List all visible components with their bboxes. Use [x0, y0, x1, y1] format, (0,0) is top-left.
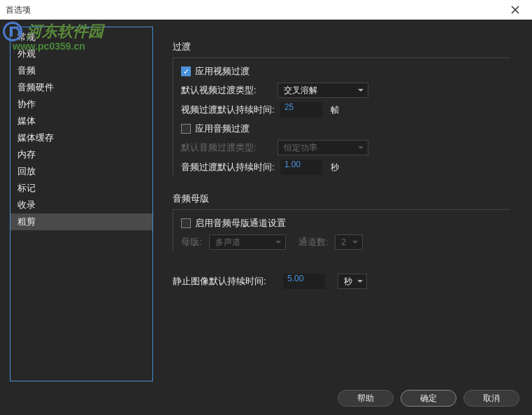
- default-video-type-label: 默认视频过渡类型:: [181, 84, 272, 97]
- still-unit-value: 秒: [344, 276, 352, 288]
- enable-audio-master-label: 启用音频母版通道设置: [195, 217, 286, 230]
- apply-audio-checkbox[interactable]: [181, 124, 191, 134]
- channels-label: 通道数:: [299, 236, 329, 248]
- audio-master-section: 启用音频母版通道设置 母版: 多声道 通道数: 2: [173, 209, 510, 262]
- default-audio-type-value: 恒定功率: [284, 142, 317, 154]
- sidebar-item-roughcut[interactable]: 粗剪: [10, 213, 152, 230]
- sidebar-item-audio-hardware[interactable]: 音频硬件: [10, 79, 152, 96]
- audio-duration-label: 音频过渡默认持续时间:: [181, 161, 275, 174]
- sidebar: 常规 外观 音频 音频硬件 协作 媒体 媒体缓存 内存 回放 标记 收录 粗剪: [10, 27, 153, 381]
- default-video-type-value: 交叉溶解: [284, 85, 317, 97]
- ok-button[interactable]: 确定: [401, 390, 456, 407]
- master-value: 多声道: [215, 237, 240, 248]
- sidebar-item-general[interactable]: 常规: [10, 29, 152, 45]
- audio-duration-input[interactable]: 1.00: [280, 160, 322, 175]
- sidebar-item-ingest[interactable]: 收录: [10, 197, 152, 213]
- apply-audio-label: 应用音频过渡: [195, 122, 250, 135]
- sidebar-item-memory[interactable]: 内存: [10, 146, 152, 163]
- sidebar-item-media-cache[interactable]: 媒体缓存: [10, 129, 152, 146]
- main-panel: 河东软件园 www.pc0359.cn 常规 外观 音频 音频硬件 协作 媒体 …: [0, 20, 532, 415]
- sidebar-item-appearance[interactable]: 外观: [10, 45, 152, 62]
- default-audio-type-label: 默认音频过渡类型:: [181, 141, 272, 154]
- still-unit-select[interactable]: 秒: [338, 274, 367, 289]
- channels-value: 2: [341, 237, 346, 247]
- sidebar-item-collab[interactable]: 协作: [10, 96, 152, 113]
- footer: 帮助 确定 取消: [0, 381, 532, 415]
- video-duration-input[interactable]: 25: [280, 102, 322, 118]
- cancel-button[interactable]: 取消: [463, 390, 519, 407]
- video-duration-unit: 帧: [331, 104, 339, 116]
- audio-master-title: 音频母版: [173, 192, 510, 205]
- sidebar-item-media[interactable]: 媒体: [10, 113, 152, 129]
- close-icon: [511, 6, 519, 14]
- sidebar-item-playback[interactable]: 回放: [10, 163, 152, 180]
- video-duration-label: 视频过渡默认持续时间:: [181, 104, 275, 116]
- sidebar-item-markers[interactable]: 标记: [10, 180, 152, 197]
- sidebar-item-audio[interactable]: 音频: [10, 62, 152, 79]
- apply-video-checkbox[interactable]: [181, 66, 191, 76]
- window-title: 首选项: [6, 4, 31, 16]
- still-duration-input[interactable]: 5.00: [283, 274, 325, 289]
- default-audio-type-select: 恒定功率: [278, 140, 368, 155]
- enable-audio-master-checkbox[interactable]: [181, 218, 191, 228]
- channels-select: 2: [335, 234, 363, 250]
- master-label: 母版:: [181, 236, 202, 248]
- audio-duration-unit: 秒: [331, 162, 339, 174]
- titlebar: 首选项: [0, 0, 532, 20]
- help-button[interactable]: 帮助: [338, 390, 394, 407]
- master-select: 多声道: [209, 234, 286, 250]
- default-video-type-select[interactable]: 交叉溶解: [278, 83, 368, 98]
- close-button[interactable]: [504, 0, 526, 20]
- settings-panel: 过渡 应用视频过渡 默认视频过渡类型: 交叉溶解 视频过渡默认持续时间: 25 …: [153, 27, 522, 381]
- apply-video-label: 应用视频过渡: [195, 65, 250, 78]
- still-duration-label: 静止图像默认持续时间:: [173, 275, 278, 288]
- transitions-title: 过渡: [173, 41, 510, 53]
- transitions-section: 应用视频过渡 默认视频过渡类型: 交叉溶解 视频过渡默认持续时间: 25 帧 应…: [173, 57, 510, 187]
